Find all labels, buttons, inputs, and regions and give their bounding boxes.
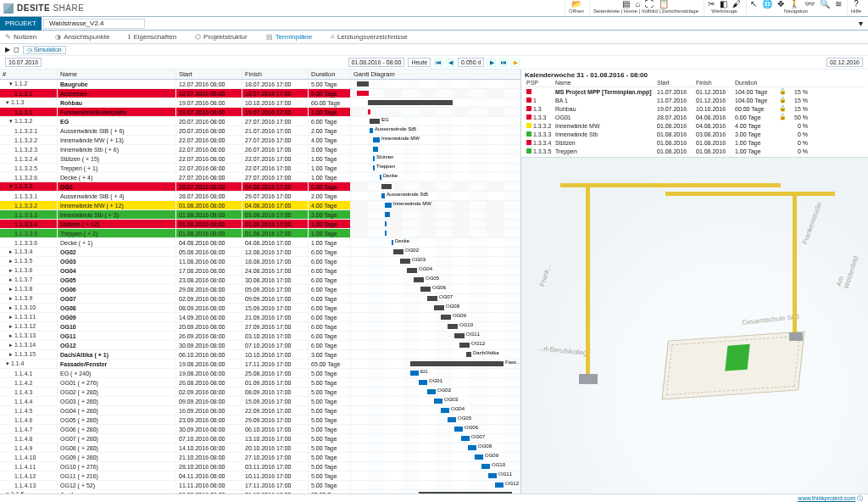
schedule-row[interactable]: 1.1.3.3.5Treppen ( + 2)01.08.2016 08:000… <box>0 229 520 238</box>
open-icon[interactable]: 📂 <box>571 0 581 8</box>
schedule-row[interactable]: 1.1.3.3.6Decke ( + 1)04.08.2016 08:0004.… <box>0 238 520 248</box>
kw-row[interactable]: 1.3.3.5Treppen01.08.201601.08.20161.00 T… <box>525 147 865 155</box>
schedule-row[interactable]: 1.1.4.8OG07 ( + 280)07.10.2016 08:0013.1… <box>0 434 520 443</box>
cut-icon[interactable]: ✂ <box>708 0 715 8</box>
schedule-row[interactable]: 1.1.3.2.1Aussenwände StB ( + 6)20.07.201… <box>0 126 520 136</box>
schedule-row[interactable]: ▸ 1.1.3.7OG0523.08.2016 08:0030.08.2016 … <box>0 276 520 285</box>
schedule-row[interactable]: 1.1.4.5OG04 ( + 280)16.09.2016 08:0022.0… <box>0 406 520 416</box>
panel-tab[interactable]: ◑Ansichtspunkte <box>55 33 109 41</box>
project-tab[interactable]: PROJEKT <box>0 17 42 31</box>
schedule-row[interactable]: 1.1.3.2.3Innenwände Stb ( + 6)22.07.2016… <box>0 145 520 154</box>
schedule-row[interactable]: ▾ 1.1.4Fassade/Fenster19.08.2016 08:0017… <box>0 360 520 369</box>
schedule-row[interactable]: ▸ 1.1.3.15Dach/Attika ( + 1)06.10.2016 0… <box>0 350 520 360</box>
schedule-row[interactable]: 1.1.3.2.5Treppen ( + 1)22.07.2016 08:002… <box>0 164 520 173</box>
schedule-row[interactable]: ▸ 1.1.3.9OG0702.09.2016 08:0009.09.2016 … <box>0 294 520 304</box>
footer-link[interactable]: www.thinkproject.com <box>798 495 855 501</box>
schedule-row[interactable]: 1.1.3.3.2Innenwände MW ( + 12)01.08.2016… <box>0 201 520 210</box>
col-header-gantt[interactable]: Gantt Diagram <box>351 70 520 79</box>
schedule-row[interactable]: 1.1.4.9OG08 ( + 280)14.10.2016 08:0020.1… <box>0 443 520 453</box>
step-back-icon[interactable]: ◀ <box>446 59 454 67</box>
today-button[interactable]: Heute <box>408 58 431 67</box>
search-icon[interactable]: 🔍 <box>820 0 830 8</box>
schedule-row[interactable]: ▾ 1.1.3Rohbau19.07.2016 08:0010.10.2016 … <box>0 98 520 108</box>
move-icon[interactable]: ✥ <box>777 0 784 8</box>
schedule-row[interactable]: ▸ 1.1.3.4OG0205.08.2016 08:0012.08.2016 … <box>0 248 520 257</box>
skip-start-icon[interactable]: ⏮ <box>434 59 442 67</box>
schedule-row[interactable]: ▸ 1.1.3.12OG1020.09.2016 08:0027.09.2016… <box>0 322 520 332</box>
schedule-row[interactable]: 1.1.3.2.2Innenwände MW ( + 13)22.07.2016… <box>0 136 520 145</box>
walk-icon[interactable]: 🚶 <box>789 0 799 8</box>
skip-end-icon[interactable]: ⏭ <box>499 59 508 67</box>
panel-tab[interactable]: ✎Notizen <box>5 33 36 41</box>
stop-icon[interactable]: ◻ <box>14 46 19 53</box>
step-fwd-icon[interactable]: ▶ <box>487 59 496 67</box>
col-header-duration[interactable]: Duration <box>309 70 351 79</box>
schedule-row[interactable]: 1.1.4.13OG12 ( + 52)11.11.2016 08:0017.1… <box>0 481 520 490</box>
col-header-id[interactable]: # <box>0 70 58 79</box>
schedule-row[interactable]: ▸ 1.1.3.5OG0311.08.2016 08:0018.08.2016 … <box>0 257 520 266</box>
schedule-row[interactable]: ▾ 1.1.5Ausbau26.08.2016 08:0001.12.2016 … <box>0 490 520 494</box>
kw-row[interactable]: MS Project MPP [Terminplan.mpp]11.07.201… <box>525 87 865 96</box>
schedule-row[interactable]: 1.1.3.3.1Aussenwände StB ( + 4)28.07.201… <box>0 192 520 201</box>
kw-row[interactable]: 1.3.3.3Innenwände Stb01.08.201603.08.201… <box>525 130 865 138</box>
schedule-row[interactable]: 1.1.2.1Ausheben12.07.2016 08:0018.07.201… <box>0 89 520 98</box>
col-header-name[interactable]: Name <box>58 70 176 79</box>
schedule-row[interactable]: 1.1.4.11OG10 ( + 276)28.10.2016 08:0003.… <box>0 462 520 471</box>
kw-row[interactable]: 1.3.3OG0128.07.201604.08.20166.00 Tage🔓5… <box>525 113 865 121</box>
col-header-finish[interactable]: Finish <box>242 70 309 79</box>
simulation-button[interactable]: ◷Simulation <box>23 46 66 54</box>
binoculars-icon[interactable]: 👓 <box>804 0 815 8</box>
sidepanel-icon[interactable]: ▤ <box>622 0 630 8</box>
schedule-row[interactable]: ▾ 1.1.2Baugrube12.07.2016 08:0018.07.201… <box>0 80 520 89</box>
color-icon[interactable]: ◧ <box>720 0 727 8</box>
step-size-input[interactable]: 0.050 d <box>458 58 484 67</box>
panel-tab[interactable]: ⌬Projektstruktur <box>195 33 248 41</box>
panel-tab[interactable]: ℹEigenschaften <box>128 33 176 41</box>
schedule-row[interactable]: ▾ 1.1.3.3OG128.07.2016 08:0004.08.2016 1… <box>0 182 520 192</box>
fullscreen-icon[interactable]: ⛶ <box>645 0 654 8</box>
schedule-row[interactable]: 1.1.3.3.4Stützen ( + 12)01.08.2016 08:00… <box>0 220 520 229</box>
col-header-start[interactable]: Start <box>176 70 242 79</box>
clipboard-icon[interactable]: 📋 <box>659 0 669 8</box>
kw-row[interactable]: 1.3.3.4Stützen01.08.201601.08.20161.00 T… <box>525 138 865 147</box>
schedule-row[interactable]: 1.1.4.1EG ( + 240)19.08.2016 08:0025.08.… <box>0 369 520 378</box>
schedule-row[interactable]: 1.1.3.1Fundamente/Bodenplatte19.07.2016 … <box>0 108 520 117</box>
schedule-row[interactable]: ▸ 1.1.3.14OG1230.09.2016 08:0007.10.2016… <box>0 341 520 350</box>
range-end-input[interactable]: 02.12.2016 <box>826 58 863 67</box>
kw-row[interactable]: 1BA 111.07.201601.12.2016104.00 Tage🔒15 … <box>525 96 865 104</box>
globe-icon[interactable]: 🌐 <box>762 0 772 8</box>
pointer-icon[interactable]: ↖ <box>750 0 757 8</box>
schedule-row[interactable]: 1.1.4.6OG05 ( + 280)23.09.2016 08:0029.0… <box>0 416 520 425</box>
kw-row[interactable]: 1.3Rohbau19.07.201610.10.201660.00 Tage🔒… <box>525 104 865 113</box>
schedule-row[interactable]: 1.1.3.2.6Decke ( + 4)27.07.2016 08:0027.… <box>0 173 520 182</box>
schedule-row[interactable]: ▸ 1.1.3.11OG0914.09.2016 08:0021.09.2016… <box>0 313 520 322</box>
help-icon[interactable]: ? <box>854 0 859 8</box>
schedule-row[interactable]: ▸ 1.1.3.10OG0808.09.2016 08:0015.09.2016… <box>0 304 520 313</box>
schedule-row[interactable]: ▾ 1.1.3.2EG20.07.2016 08:0027.07.2016 17… <box>0 117 520 126</box>
schedule-row[interactable]: 1.1.4.3OG02 ( + 280)02.09.2016 08:0008.0… <box>0 388 520 397</box>
schedule-row[interactable]: 1.1.4.4OG03 ( + 280)09.09.2016 08:0015.0… <box>0 397 520 406</box>
schedule-row[interactable]: 1.1.3.3.3Innenwände Stb ( + 3)01.08.2016… <box>0 210 520 220</box>
play-icon[interactable]: ▶ <box>511 59 520 67</box>
paint-icon[interactable]: 🖌 <box>732 0 741 8</box>
3d-viewport[interactable]: ...rt-Berufskolleg Gesamtschule Süd Fran… <box>521 158 868 494</box>
current-time-input[interactable]: 01.08.2016 - 08:00 <box>348 58 405 67</box>
schedule-body[interactable]: ▾ 1.1.2Baugrube12.07.2016 08:0018.07.201… <box>0 80 520 494</box>
schedule-row[interactable]: 1.1.4.12OG11 ( + 216)04.11.2016 08:0010.… <box>0 471 520 481</box>
project-menu-icon[interactable]: ▾ <box>859 19 863 28</box>
task-icon[interactable]: ▶ <box>5 46 10 53</box>
project-name-field[interactable]: Waldstrasse_V2.4 <box>43 19 145 29</box>
schedule-row[interactable]: ▸ 1.1.3.13OG1126.09.2016 08:0003.10.2016… <box>0 332 520 341</box>
schedule-row[interactable]: 1.1.3.2.4Stützen ( + 15)22.07.2016 08:00… <box>0 154 520 164</box>
schedule-row[interactable]: ▸ 1.1.3.8OG0629.08.2016 08:0005.09.2016 … <box>0 285 520 294</box>
waves-icon[interactable]: ≋ <box>835 0 842 8</box>
schedule-row[interactable]: 1.1.4.10OG09 ( + 280)21.10.2016 08:0027.… <box>0 453 520 462</box>
schedule-row[interactable]: 1.1.4.7OG06 ( + 280)30.09.2016 08:0006.1… <box>0 425 520 434</box>
range-start-input[interactable]: 10.07.2016 <box>5 58 42 67</box>
panel-tab[interactable]: ▤Terminpläne <box>266 33 313 41</box>
schedule-row[interactable]: ▸ 1.1.3.6OG0417.08.2016 08:0024.08.2016 … <box>0 266 520 276</box>
home-icon[interactable]: ⌂ <box>635 0 640 8</box>
info-icon[interactable]: ⓘ <box>857 494 863 503</box>
schedule-row[interactable]: 1.1.4.2OG01 ( + 276)26.08.2016 08:0001.0… <box>0 378 520 388</box>
panel-tab[interactable]: ≡Leistungsverzeichnisse <box>331 33 407 41</box>
